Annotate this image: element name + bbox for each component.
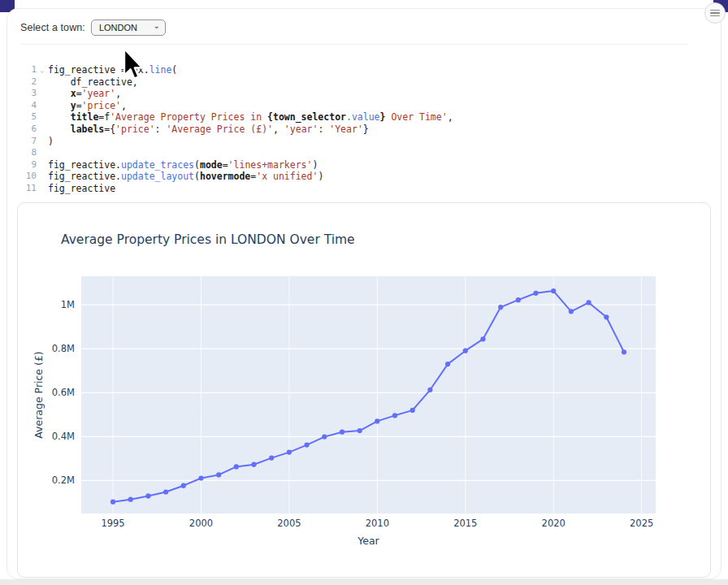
- line-number: 11: [12, 183, 40, 195]
- data-point-2003[interactable]: [251, 462, 256, 467]
- controls-row: Select a town: LONDON ⌄: [20, 11, 688, 45]
- code-line[interactable]: 2 df_reactive,: [12, 76, 703, 89]
- fold-spacer: [40, 124, 48, 136]
- town-select-wrapper: LONDON ⌄: [91, 20, 166, 36]
- code-line[interactable]: 8: [12, 147, 703, 159]
- line-number: 2: [12, 76, 40, 89]
- data-point-2018[interactable]: [516, 297, 521, 302]
- code-text: x='year',: [48, 88, 121, 100]
- code-editor[interactable]: 1⌄fig_reactive = px.line(2 df_reactive,3…: [12, 64, 703, 195]
- data-point-2017[interactable]: [498, 305, 503, 310]
- fold-spacer: [40, 100, 48, 112]
- line-number: 6: [12, 124, 40, 136]
- code-text: title=f'Average Property Prices in {town…: [48, 111, 453, 124]
- line-number: 3: [12, 88, 40, 100]
- code-line[interactable]: 10 fig_reactive.update_layout(hovermode=…: [12, 171, 703, 183]
- data-point-2020[interactable]: [551, 288, 556, 293]
- code-line[interactable]: 11 fig_reactive: [12, 183, 703, 195]
- data-point-2006[interactable]: [305, 443, 310, 448]
- code-text: fig_reactive = px.line(: [48, 64, 177, 76]
- line-number: 7: [12, 136, 40, 148]
- data-point-2014[interactable]: [445, 362, 450, 366]
- code-line[interactable]: 1⌄fig_reactive = px.line(: [12, 64, 703, 76]
- y-tick-label: 1M: [61, 299, 75, 310]
- data-point-2011[interactable]: [392, 413, 397, 418]
- data-point-2023[interactable]: [604, 314, 609, 319]
- hamburger-icon: [710, 7, 720, 18]
- chart-title: Average Property Prices in LONDON Over T…: [61, 232, 355, 247]
- fold-spacer: [40, 111, 48, 124]
- fold-spacer: [40, 147, 48, 159]
- town-select[interactable]: LONDON: [91, 20, 166, 36]
- fold-spacer: [40, 171, 48, 183]
- data-point-1999[interactable]: [181, 483, 186, 488]
- data-point-1995[interactable]: [110, 500, 115, 505]
- property-price-chart[interactable]: Average Property Prices in LONDON Over T…: [18, 203, 710, 577]
- code-text: fig_reactive.update_layout(hovermode='x …: [48, 171, 323, 183]
- data-point-2021[interactable]: [569, 309, 574, 314]
- x-tick-label: 2010: [366, 518, 389, 529]
- y-axis-title: Average Price (£): [32, 351, 45, 438]
- code-text: labels={'price': 'Average Price (£)', 'y…: [48, 124, 369, 136]
- data-point-2002[interactable]: [234, 464, 239, 469]
- code-text: [48, 147, 54, 159]
- x-tick-label: 1995: [101, 518, 124, 529]
- chart-output-card: Average Property Prices in LONDON Over T…: [17, 202, 711, 578]
- data-point-1998[interactable]: [163, 489, 168, 494]
- x-tick-label: 2015: [453, 518, 477, 529]
- line-number: 8: [12, 147, 40, 159]
- x-axis-title: Year: [357, 535, 379, 547]
- fold-chevron-icon[interactable]: ⌄: [40, 64, 48, 76]
- page-bottom-background: [0, 579, 728, 585]
- data-point-2013[interactable]: [427, 388, 432, 392]
- code-text: fig_reactive: [48, 183, 115, 195]
- data-point-2009[interactable]: [358, 428, 362, 433]
- code-line[interactable]: 7 ): [12, 136, 703, 148]
- data-point-2012[interactable]: [410, 408, 415, 413]
- code-text: ): [48, 136, 54, 148]
- code-line[interactable]: 4 y='price',: [12, 100, 703, 112]
- y-tick-label: 0.6M: [52, 387, 75, 398]
- code-line[interactable]: 9 fig_reactive.update_traces(mode='lines…: [12, 159, 703, 171]
- code-text: y='price',: [48, 100, 127, 112]
- y-tick-label: 0.8M: [52, 343, 75, 354]
- code-line[interactable]: 6 labels={'price': 'Average Price (£)', …: [12, 124, 703, 136]
- data-point-2024[interactable]: [622, 349, 626, 354]
- code-line[interactable]: 3 x='year',: [12, 88, 703, 100]
- line-number: 5: [12, 111, 40, 124]
- code-line[interactable]: 5 title=f'Average Property Prices in {to…: [12, 111, 703, 124]
- line-number: 4: [12, 100, 40, 112]
- data-point-1996[interactable]: [128, 497, 133, 502]
- menu-button[interactable]: [704, 2, 726, 24]
- data-point-2019[interactable]: [533, 291, 538, 296]
- fold-spacer: [40, 76, 48, 89]
- data-point-2008[interactable]: [340, 430, 344, 435]
- fold-spacer: [40, 136, 48, 148]
- line-number: 9: [12, 159, 40, 171]
- data-point-1997[interactable]: [145, 493, 150, 498]
- fold-spacer: [40, 183, 48, 195]
- data-point-2001[interactable]: [216, 472, 221, 477]
- line-number: 1: [12, 64, 40, 76]
- data-point-2016[interactable]: [480, 336, 485, 341]
- fold-spacer: [40, 88, 48, 100]
- data-point-2015[interactable]: [463, 349, 468, 353]
- y-tick-label: 0.4M: [52, 431, 75, 442]
- data-point-2004[interactable]: [269, 456, 274, 461]
- y-tick-label: 0.2M: [52, 474, 75, 486]
- data-point-2022[interactable]: [587, 300, 592, 305]
- mouse-cursor-icon: [119, 46, 143, 82]
- code-text: fig_reactive.update_traces(mode='lines+m…: [48, 159, 318, 171]
- x-tick-label: 2005: [277, 518, 301, 529]
- x-tick-label: 2020: [542, 518, 566, 529]
- notebook-card: Select a town: LONDON ⌄ 1⌄fig_reactive =…: [6, 8, 722, 579]
- data-point-2007[interactable]: [322, 435, 327, 440]
- data-point-2010[interactable]: [375, 418, 379, 423]
- data-point-2005[interactable]: [287, 450, 292, 455]
- data-point-2000[interactable]: [198, 475, 203, 480]
- line-number: 10: [12, 171, 40, 183]
- town-select-label: Select a town:: [20, 22, 85, 33]
- x-tick-label: 2000: [189, 518, 213, 529]
- x-tick-label: 2025: [630, 518, 653, 529]
- fold-spacer: [40, 159, 48, 171]
